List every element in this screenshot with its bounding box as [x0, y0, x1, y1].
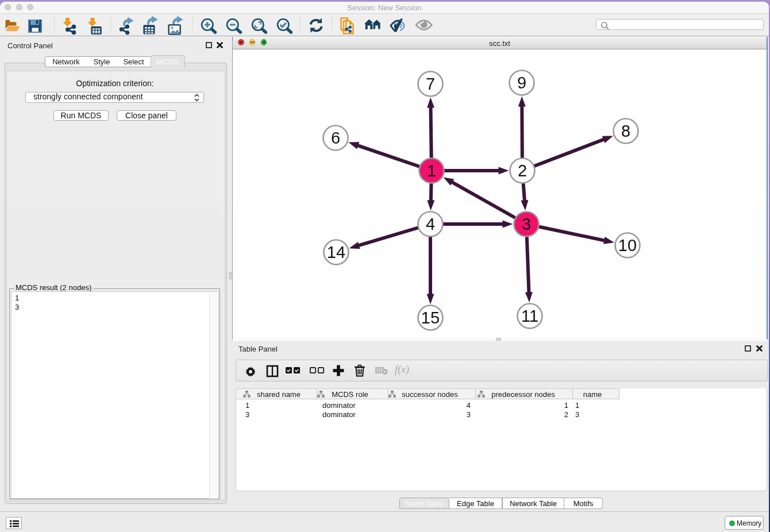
svg-text:14: 14 [327, 243, 345, 261]
svg-text:4: 4 [426, 215, 435, 233]
svg-text:8: 8 [621, 122, 630, 140]
svg-text:6: 6 [331, 129, 340, 147]
svg-text:1: 1 [427, 161, 436, 180]
svg-text:15: 15 [421, 309, 440, 327]
svg-text:2: 2 [518, 161, 527, 180]
svg-text:11: 11 [521, 307, 538, 325]
svg-text:10: 10 [618, 236, 637, 255]
svg-text:7: 7 [426, 75, 435, 93]
svg-text:3: 3 [522, 215, 531, 233]
svg-text:9: 9 [517, 74, 526, 92]
